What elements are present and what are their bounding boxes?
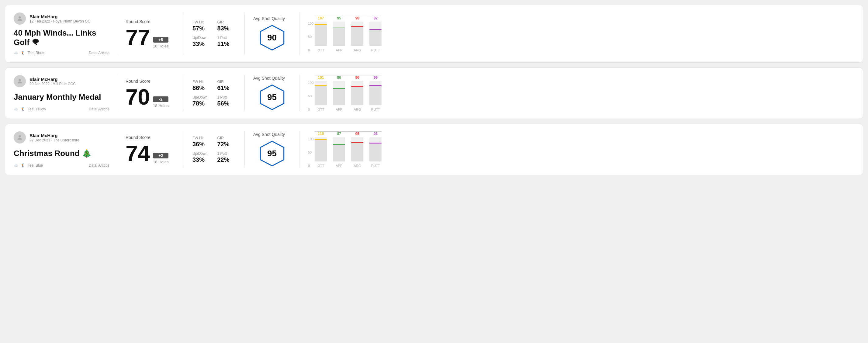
- stat-one-putt-value: 22%: [217, 156, 236, 163]
- user-details: Blair McHarg12 Feb 2022 · Royal North De…: [30, 14, 90, 23]
- bar-value: 87: [337, 132, 341, 136]
- bar-group-putt: 99PUTT: [369, 75, 381, 111]
- stat-updown-value: 33%: [192, 156, 211, 163]
- stat-gir-value: 83%: [217, 25, 236, 32]
- bar-wrapper: [351, 22, 363, 46]
- stat-fw-hit-value: 36%: [192, 141, 211, 148]
- hexagon: 95: [258, 140, 286, 167]
- bar-group-putt: 82PUTT: [369, 16, 381, 52]
- y-axis-top: 100: [308, 137, 313, 141]
- date-course: 27 Dec 2021 · The Oxfordshire: [30, 138, 79, 142]
- hexagon-container: 95: [258, 84, 286, 111]
- bar-line: [333, 27, 345, 28]
- hexagon-container: 90: [258, 24, 286, 52]
- score-row: 77+518 Holes: [126, 27, 175, 48]
- bar-label: PUTT: [371, 107, 380, 111]
- bar-fill: [369, 29, 381, 46]
- bar-wrapper: [333, 81, 345, 105]
- stat-gir: GIR72%: [217, 136, 236, 148]
- bottom-meta: ☁️ 🏌️ Tee: Black Data: Arccos: [14, 51, 110, 55]
- y-axis-mid: 50: [308, 94, 313, 98]
- score-holes: 18 Holes: [153, 44, 168, 48]
- stats-section: FW Hit86%GIR61%Up/Down78%1 Putt56%: [184, 75, 245, 111]
- weather-icon: ☁️: [14, 51, 18, 55]
- bar-chart-wrapper: 100 50 0 110OTT87APP95ARG93PUTT: [308, 131, 854, 167]
- bar-fill: [351, 142, 363, 161]
- weather-icon: ☁️: [14, 107, 18, 111]
- bar-line: [369, 85, 381, 86]
- hexagon: 95: [258, 84, 286, 111]
- bar-fill: [315, 85, 327, 105]
- bar-group-arg: 96ARG: [351, 75, 363, 111]
- stat-updown-label: Up/Down: [192, 95, 211, 99]
- bar-fill: [351, 86, 363, 105]
- score-label: Round Score: [126, 135, 175, 140]
- bar-wrapper: [369, 137, 381, 161]
- bar-fill: [369, 85, 381, 105]
- y-axis-top: 100: [308, 81, 313, 85]
- bar-group-arg: 98ARG: [351, 16, 363, 52]
- bar-wrapper: [315, 22, 327, 46]
- stat-fw-hit: FW Hit86%: [192, 80, 211, 92]
- y-axis-mid: 50: [308, 151, 313, 154]
- bar-wrapper: [315, 81, 327, 105]
- avatar: [14, 75, 26, 87]
- score-number: 74: [126, 142, 150, 164]
- user-info: Blair McHarg12 Feb 2022 · Royal North De…: [14, 12, 110, 25]
- score-badge: -2: [153, 96, 168, 102]
- round-title[interactable]: 40 Mph Winds... Links Golf 🌪: [14, 28, 110, 47]
- stat-fw-hit-value: 57%: [192, 25, 211, 32]
- data-source: Data: Arccos: [89, 51, 110, 55]
- chart-section: 100 50 0 110OTT87APP95ARG93PUTT: [300, 131, 854, 167]
- stat-gir-value: 61%: [217, 85, 236, 92]
- score-label: Round Score: [126, 79, 175, 84]
- round-title[interactable]: January Monthly Medal: [14, 92, 110, 102]
- score-holes: 18 Holes: [153, 103, 168, 108]
- round-card: Blair McHarg27 Dec 2021 · The Oxfordshir…: [5, 124, 863, 175]
- bar-group-arg: 95ARG: [351, 132, 363, 167]
- bar-wrapper: [351, 81, 363, 105]
- bar-line: [351, 142, 363, 143]
- round-card: Blair McHarg12 Feb 2022 · Royal North De…: [5, 5, 863, 63]
- round-title[interactable]: Christmas Round 🎄: [14, 149, 110, 158]
- stat-updown-value: 33%: [192, 40, 211, 48]
- stat-updown: Up/Down33%: [192, 151, 211, 163]
- stats-section: FW Hit36%GIR72%Up/Down33%1 Putt22%: [184, 131, 245, 167]
- bar-line: [369, 143, 381, 144]
- user-name: Blair McHarg: [30, 133, 79, 138]
- bar-label: OTT: [317, 48, 324, 52]
- user-name: Blair McHarg: [30, 14, 90, 19]
- bar-group-putt: 93PUTT: [369, 132, 381, 167]
- data-source: Data: Arccos: [89, 163, 110, 167]
- hexagon: 90: [258, 24, 286, 52]
- stat-fw-hit-label: FW Hit: [192, 20, 211, 24]
- bottom-meta: ☁️ 🏌️ Tee: Yellow Data: Arccos: [14, 107, 110, 111]
- bar-value: 86: [337, 75, 341, 80]
- user-details: Blair McHarg27 Dec 2021 · The Oxfordshir…: [30, 133, 79, 142]
- score-section: Round Score77+518 Holes: [117, 12, 184, 55]
- bar-chart-wrapper: 100 50 0 107OTT95APP98ARG82PUTT: [308, 16, 854, 52]
- bar-fill: [333, 144, 345, 161]
- quality-section: Avg Shot Quality 90: [245, 12, 300, 55]
- bar-line: [315, 139, 327, 140]
- card-left-section: Blair McHarg29 Jan 2022 · Mill Ride GCCJ…: [14, 75, 117, 111]
- bar-fill: [333, 88, 345, 105]
- y-axis: 100 50 0: [308, 81, 313, 111]
- avatar: [14, 12, 26, 25]
- bar-group-ott: 110OTT: [315, 132, 327, 167]
- y-axis-bottom: 0: [308, 48, 313, 52]
- stat-one-putt: 1 Putt22%: [217, 151, 236, 163]
- stat-one-putt-value: 56%: [217, 100, 236, 107]
- quality-label: Avg Shot Quality: [253, 132, 285, 137]
- user-details: Blair McHarg29 Jan 2022 · Mill Ride GCC: [30, 76, 76, 86]
- bar-fill: [315, 139, 327, 161]
- stat-fw-hit: FW Hit57%: [192, 20, 211, 32]
- card-left-section: Blair McHarg12 Feb 2022 · Royal North De…: [14, 12, 117, 55]
- stat-gir-label: GIR: [217, 80, 236, 84]
- bar-label: ARG: [353, 164, 361, 167]
- y-axis-bottom: 0: [308, 107, 313, 111]
- score-row: 74+218 Holes: [126, 142, 175, 164]
- bar-group-app: 87APP: [333, 132, 345, 167]
- stat-one-putt-label: 1 Putt: [217, 36, 236, 40]
- weather-icon: ☁️: [14, 163, 18, 167]
